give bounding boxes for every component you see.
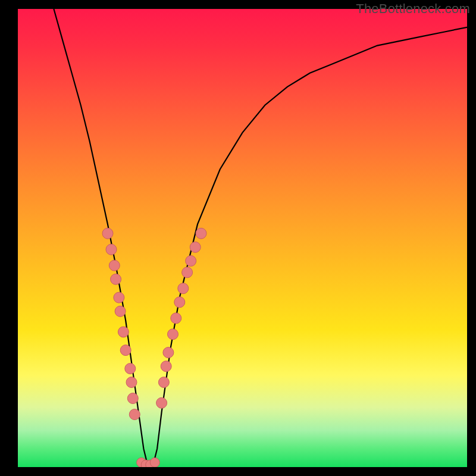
marker-layer [102,228,206,467]
chart-frame: TheBottleneck.com [0,0,476,476]
data-marker [120,345,131,356]
data-marker [158,377,169,388]
data-marker [171,313,181,324]
data-marker [109,260,120,271]
data-marker [161,361,171,372]
data-marker [178,283,189,294]
data-marker [156,397,167,408]
data-marker [102,228,113,239]
data-marker [115,306,126,317]
data-marker [127,393,138,404]
data-marker [163,347,174,358]
bottleneck-curve [54,9,467,467]
data-marker [190,242,201,252]
data-marker [111,274,121,284]
data-marker [118,327,129,337]
chart-svg [18,9,467,467]
data-marker [129,409,140,420]
data-marker [168,329,178,340]
data-marker [106,244,117,255]
plot-area [18,9,467,467]
data-marker [150,458,159,467]
watermark-text: TheBottleneck.com [356,1,470,17]
data-marker [182,267,193,278]
data-marker [174,297,185,308]
data-marker [186,256,196,267]
data-marker [126,377,137,388]
data-marker [125,364,136,374]
data-marker [196,228,206,239]
data-marker [114,292,124,303]
